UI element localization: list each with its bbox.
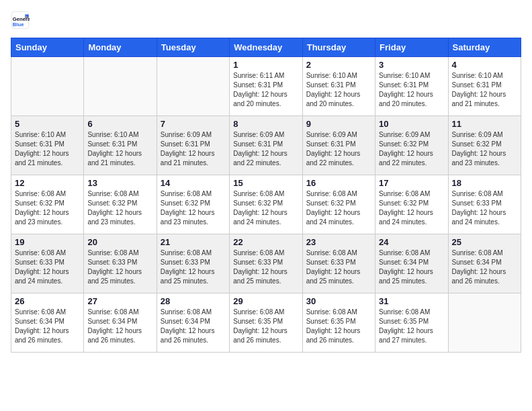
weekday-header-row: SundayMondayTuesdayWednesdayThursdayFrid… — [11, 38, 521, 57]
logo-icon: General Blue — [11, 11, 30, 30]
day-number: 23 — [306, 237, 371, 247]
day-info: Sunrise: 6:08 AM Sunset: 6:33 PM Dayligh… — [233, 248, 298, 286]
calendar-week-row: 1Sunrise: 6:11 AM Sunset: 6:31 PM Daylig… — [11, 57, 521, 116]
calendar-week-row: 26Sunrise: 6:08 AM Sunset: 6:34 PM Dayli… — [11, 293, 521, 353]
day-info: Sunrise: 6:08 AM Sunset: 6:35 PM Dayligh… — [379, 308, 444, 345]
calendar-cell — [84, 57, 157, 116]
calendar-cell: 5Sunrise: 6:10 AM Sunset: 6:31 PM Daylig… — [11, 116, 84, 175]
day-info: Sunrise: 6:08 AM Sunset: 6:32 PM Dayligh… — [233, 189, 298, 227]
day-info: Sunrise: 6:08 AM Sunset: 6:34 PM Dayligh… — [15, 308, 80, 345]
calendar-cell: 4Sunrise: 6:10 AM Sunset: 6:31 PM Daylig… — [448, 57, 521, 116]
calendar-cell: 15Sunrise: 6:08 AM Sunset: 6:32 PM Dayli… — [230, 175, 302, 234]
day-info: Sunrise: 6:08 AM Sunset: 6:34 PM Dayligh… — [161, 308, 226, 345]
day-number: 1 — [233, 60, 298, 70]
calendar-cell: 17Sunrise: 6:08 AM Sunset: 6:32 PM Dayli… — [375, 175, 448, 234]
day-number: 5 — [15, 119, 80, 129]
day-number: 22 — [233, 237, 298, 247]
day-number: 13 — [87, 178, 152, 188]
day-info: Sunrise: 6:08 AM Sunset: 6:32 PM Dayligh… — [379, 189, 444, 227]
day-number: 2 — [306, 60, 371, 70]
day-number: 27 — [87, 296, 152, 306]
day-number: 10 — [379, 119, 444, 129]
day-info: Sunrise: 6:08 AM Sunset: 6:34 PM Dayligh… — [379, 248, 444, 286]
calendar-cell: 22Sunrise: 6:08 AM Sunset: 6:33 PM Dayli… — [230, 234, 302, 293]
day-info: Sunrise: 6:09 AM Sunset: 6:32 PM Dayligh… — [379, 130, 444, 168]
calendar-cell: 11Sunrise: 6:09 AM Sunset: 6:32 PM Dayli… — [448, 116, 521, 175]
day-number: 7 — [161, 119, 226, 129]
calendar-week-row: 19Sunrise: 6:08 AM Sunset: 6:33 PM Dayli… — [11, 234, 521, 293]
calendar-cell: 14Sunrise: 6:08 AM Sunset: 6:32 PM Dayli… — [157, 175, 229, 234]
calendar-cell: 8Sunrise: 6:09 AM Sunset: 6:31 PM Daylig… — [230, 116, 302, 175]
calendar-cell: 29Sunrise: 6:08 AM Sunset: 6:35 PM Dayli… — [230, 293, 302, 353]
day-info: Sunrise: 6:08 AM Sunset: 6:34 PM Dayligh… — [452, 248, 517, 286]
calendar-cell: 20Sunrise: 6:08 AM Sunset: 6:33 PM Dayli… — [84, 234, 157, 293]
day-number: 21 — [161, 237, 226, 247]
calendar-cell: 30Sunrise: 6:08 AM Sunset: 6:35 PM Dayli… — [302, 293, 375, 353]
day-info: Sunrise: 6:09 AM Sunset: 6:31 PM Dayligh… — [233, 130, 298, 168]
day-number: 30 — [306, 296, 371, 306]
weekday-header: Sunday — [11, 38, 84, 57]
page-header: General Blue — [11, 11, 521, 30]
day-info: Sunrise: 6:10 AM Sunset: 6:31 PM Dayligh… — [306, 71, 371, 109]
calendar-cell: 7Sunrise: 6:09 AM Sunset: 6:31 PM Daylig… — [157, 116, 229, 175]
day-number: 8 — [233, 119, 298, 129]
weekday-header: Monday — [84, 38, 157, 57]
day-info: Sunrise: 6:08 AM Sunset: 6:32 PM Dayligh… — [15, 189, 80, 227]
logo: General Blue — [11, 11, 32, 30]
day-number: 18 — [452, 178, 517, 188]
calendar-cell: 21Sunrise: 6:08 AM Sunset: 6:33 PM Dayli… — [157, 234, 229, 293]
weekday-header: Friday — [375, 38, 448, 57]
day-number: 29 — [233, 296, 298, 306]
day-info: Sunrise: 6:10 AM Sunset: 6:31 PM Dayligh… — [87, 130, 152, 168]
weekday-header: Tuesday — [157, 38, 229, 57]
day-info: Sunrise: 6:09 AM Sunset: 6:31 PM Dayligh… — [306, 130, 371, 168]
calendar-cell: 28Sunrise: 6:08 AM Sunset: 6:34 PM Dayli… — [157, 293, 229, 353]
day-number: 16 — [306, 178, 371, 188]
day-info: Sunrise: 6:09 AM Sunset: 6:31 PM Dayligh… — [161, 130, 226, 168]
calendar-cell: 19Sunrise: 6:08 AM Sunset: 6:33 PM Dayli… — [11, 234, 84, 293]
day-info: Sunrise: 6:09 AM Sunset: 6:32 PM Dayligh… — [452, 130, 517, 168]
day-info: Sunrise: 6:08 AM Sunset: 6:33 PM Dayligh… — [161, 248, 226, 286]
calendar-week-row: 5Sunrise: 6:10 AM Sunset: 6:31 PM Daylig… — [11, 116, 521, 175]
calendar-cell: 10Sunrise: 6:09 AM Sunset: 6:32 PM Dayli… — [375, 116, 448, 175]
day-info: Sunrise: 6:08 AM Sunset: 6:32 PM Dayligh… — [87, 189, 152, 227]
day-number: 12 — [15, 178, 80, 188]
day-info: Sunrise: 6:08 AM Sunset: 6:32 PM Dayligh… — [161, 189, 226, 227]
calendar-cell: 12Sunrise: 6:08 AM Sunset: 6:32 PM Dayli… — [11, 175, 84, 234]
day-number: 26 — [15, 296, 80, 306]
day-info: Sunrise: 6:10 AM Sunset: 6:31 PM Dayligh… — [379, 71, 444, 109]
weekday-header: Thursday — [302, 38, 375, 57]
calendar-cell: 2Sunrise: 6:10 AM Sunset: 6:31 PM Daylig… — [302, 57, 375, 116]
calendar-cell: 1Sunrise: 6:11 AM Sunset: 6:31 PM Daylig… — [230, 57, 302, 116]
day-info: Sunrise: 6:08 AM Sunset: 6:35 PM Dayligh… — [306, 308, 371, 345]
day-number: 6 — [87, 119, 152, 129]
calendar-cell: 16Sunrise: 6:08 AM Sunset: 6:32 PM Dayli… — [302, 175, 375, 234]
day-number: 28 — [161, 296, 226, 306]
day-info: Sunrise: 6:08 AM Sunset: 6:33 PM Dayligh… — [306, 248, 371, 286]
day-number: 4 — [452, 60, 517, 70]
day-number: 17 — [379, 178, 444, 188]
calendar-cell: 24Sunrise: 6:08 AM Sunset: 6:34 PM Dayli… — [375, 234, 448, 293]
calendar: SundayMondayTuesdayWednesdayThursdayFrid… — [11, 38, 521, 353]
day-info: Sunrise: 6:08 AM Sunset: 6:35 PM Dayligh… — [233, 308, 298, 345]
day-number: 25 — [452, 237, 517, 247]
calendar-cell — [157, 57, 229, 116]
day-info: Sunrise: 6:08 AM Sunset: 6:34 PM Dayligh… — [87, 308, 152, 345]
day-number: 15 — [233, 178, 298, 188]
day-info: Sunrise: 6:08 AM Sunset: 6:33 PM Dayligh… — [452, 189, 517, 227]
calendar-cell: 6Sunrise: 6:10 AM Sunset: 6:31 PM Daylig… — [84, 116, 157, 175]
calendar-cell: 31Sunrise: 6:08 AM Sunset: 6:35 PM Dayli… — [375, 293, 448, 353]
day-info: Sunrise: 6:10 AM Sunset: 6:31 PM Dayligh… — [15, 130, 80, 168]
calendar-cell: 9Sunrise: 6:09 AM Sunset: 6:31 PM Daylig… — [302, 116, 375, 175]
calendar-cell: 27Sunrise: 6:08 AM Sunset: 6:34 PM Dayli… — [84, 293, 157, 353]
weekday-header: Wednesday — [230, 38, 302, 57]
day-info: Sunrise: 6:11 AM Sunset: 6:31 PM Dayligh… — [233, 71, 298, 109]
day-info: Sunrise: 6:08 AM Sunset: 6:32 PM Dayligh… — [306, 189, 371, 227]
calendar-cell: 3Sunrise: 6:10 AM Sunset: 6:31 PM Daylig… — [375, 57, 448, 116]
day-number: 20 — [87, 237, 152, 247]
weekday-header: Saturday — [448, 38, 521, 57]
calendar-cell — [11, 57, 84, 116]
day-info: Sunrise: 6:10 AM Sunset: 6:31 PM Dayligh… — [452, 71, 517, 109]
day-number: 9 — [306, 119, 371, 129]
day-number: 31 — [379, 296, 444, 306]
